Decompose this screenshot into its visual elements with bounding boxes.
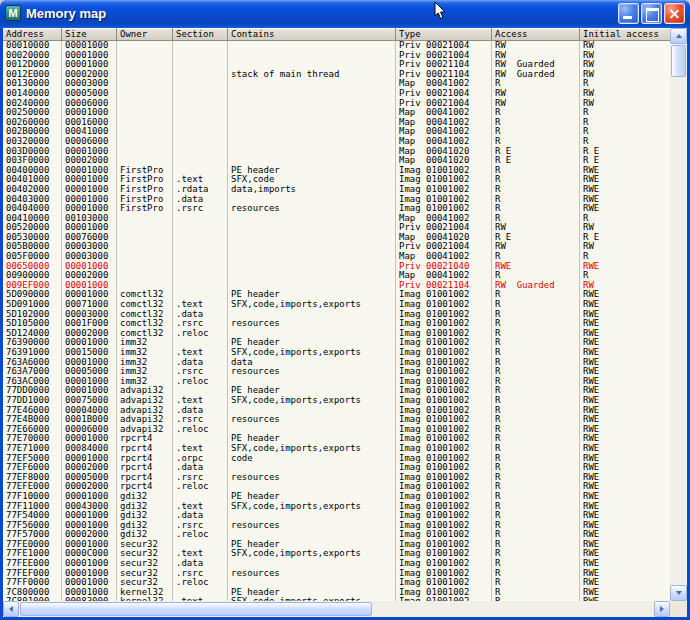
table-row[interactable]: 77EFE00000002000rpcrt4.relocImag 0100100… (3, 482, 670, 492)
table-row[interactable]: 002B000000041000Map 00041002RR (3, 127, 670, 137)
table-row[interactable]: 77F1100000043000gdi32.textSFX,code,impor… (3, 502, 670, 512)
table-row[interactable]: 77FE000000001000secur32PE headerImag 010… (3, 540, 670, 550)
table-row[interactable]: 7639000000001000imm32PE headerImag 01001… (3, 338, 670, 348)
table-row[interactable]: 0053000000076000Map 00041020R ER E (3, 233, 670, 243)
table-row[interactable]: 77E6600000006000advapi32.relocImag 01001… (3, 425, 670, 435)
close-button[interactable] (664, 3, 685, 24)
table-row[interactable]: 77EF600000002000rpcrt4.dataImag 01001002… (3, 463, 670, 473)
cell-size: 00103000 (62, 214, 117, 224)
cell-owner: kernel32 (117, 588, 173, 598)
cell-contains (228, 223, 396, 233)
cell-access: R (492, 108, 580, 118)
table-row[interactable]: 77EF500000001000rpcrt4.orpccodeImag 0100… (3, 454, 670, 464)
column-header-address[interactable]: Address (3, 28, 62, 41)
cell-type: Priv 00021004 (396, 41, 492, 51)
column-header-owner[interactable]: Owner (117, 28, 173, 41)
scroll-down-button[interactable] (670, 585, 687, 601)
table-row[interactable]: 0013000000003000Map 00041002RR (3, 79, 670, 89)
cell-type: Imag 01001002 (396, 578, 492, 588)
maximize-button[interactable] (641, 3, 662, 24)
table-row[interactable]: 77E7000000001000rpcrt4PE headerImag 0100… (3, 434, 670, 444)
cell-section: .orpc (173, 454, 228, 464)
table-row[interactable]: 0052000000001000Priv 00021004RWRW (3, 223, 670, 233)
table-row[interactable]: 0065000000001000Priv 00021040RWERWE (3, 262, 670, 272)
table-row[interactable]: 7639100000015000imm32.textSFX,code,impor… (3, 348, 670, 358)
table-row[interactable]: 0026000000016000Map 00041002RR (3, 118, 670, 128)
column-header-contains[interactable]: Contains (228, 28, 396, 41)
table-row[interactable]: 0040100000001000FirstPro.textSFX,codeIma… (3, 175, 670, 185)
table-row[interactable]: 005B000000003000Priv 00021004RWRW (3, 242, 670, 252)
table-row[interactable]: 0012D00000001000Priv 00021104RW GuardedR… (3, 60, 670, 70)
cell-type: Map 00041002 (396, 214, 492, 224)
table-row[interactable]: 5D09000000001000comctl32PE headerImag 01… (3, 290, 670, 300)
vertical-scroll-thumb[interactable] (671, 45, 686, 77)
cell-initial-access: RWE (580, 415, 670, 425)
table-row[interactable]: 77FF000000001000secur32.relocImag 010010… (3, 578, 670, 588)
cell-address: 005B0000 (3, 242, 62, 252)
table-row[interactable]: 0012E00000002000stack of main threadPriv… (3, 70, 670, 80)
scroll-up-button[interactable] (670, 28, 687, 44)
table-row[interactable]: 0024000000006000Priv 00021004RWRW (3, 99, 670, 109)
column-header-type[interactable]: Type (396, 28, 492, 41)
cell-section: .reloc (173, 329, 228, 339)
table-row[interactable]: 003F000000002000Map 00041020R ER E (3, 156, 670, 166)
table-row[interactable]: 0040300000001000FirstPro.dataImag 010010… (3, 195, 670, 205)
table-row[interactable]: 0040400000001000FirstPro.rsrcresourcesIm… (3, 204, 670, 214)
table-row[interactable]: 77DD100000075000advapi32.textSFX,code,im… (3, 396, 670, 406)
memory-map-table[interactable]: 0001000000001000Priv 00021004RWRW0002000… (3, 41, 670, 601)
table-row[interactable]: 0040200000001000FirstPro.rdatadata,impor… (3, 185, 670, 195)
cell-access: R (492, 540, 580, 550)
table-row[interactable]: 0014000000005000Priv 00021004RWRW (3, 89, 670, 99)
vertical-scrollbar[interactable] (670, 28, 687, 601)
table-row[interactable]: 77DD000000001000advapi32PE headerImag 01… (3, 386, 670, 396)
table-row[interactable]: 0025000000001000Map 00041002RR (3, 108, 670, 118)
table-row[interactable]: 0040000000001000FirstProPE headerImag 01… (3, 166, 670, 176)
table-row[interactable]: 77F1000000001000gdi32PE headerImag 01001… (3, 492, 670, 502)
column-header-initial-access[interactable]: Initial access (580, 28, 670, 41)
cell-access: R (492, 185, 580, 195)
column-header-access[interactable]: Access (492, 28, 580, 41)
cell-section (173, 60, 228, 70)
table-row[interactable]: 005F000000003000Map 00041002RR (3, 252, 670, 262)
table-row[interactable]: 5D09100000071000comctl32.textSFX,code,im… (3, 300, 670, 310)
cell-owner (117, 41, 173, 51)
scroll-right-button[interactable] (654, 601, 670, 617)
column-header-section[interactable]: Section (173, 28, 228, 41)
table-row[interactable]: 77EF800000005000rpcrt4.rsrcresourcesImag… (3, 473, 670, 483)
table-row[interactable]: 0032000000006000Map 00041002RR (3, 137, 670, 147)
ollydbg-app-icon[interactable]: M (5, 5, 21, 21)
table-row[interactable]: 0090000000002000Map 00041002RR (3, 271, 670, 281)
table-row[interactable]: 7C80000000001000kernel32PE headerImag 01… (3, 588, 670, 598)
column-header-size[interactable]: Size (62, 28, 117, 41)
horizontal-scroll-thumb[interactable] (20, 602, 372, 616)
table-row[interactable]: 5D12400000002000comctl32.relocImag 01001… (3, 329, 670, 339)
table-row[interactable]: 009EF00000001000Priv 00021104RW GuardedR… (3, 281, 670, 291)
scroll-left-button[interactable] (3, 601, 19, 617)
table-row[interactable]: 763A700000005000imm32.rsrcresourcesImag … (3, 367, 670, 377)
table-row[interactable]: 0001000000001000Priv 00021004RWRW (3, 41, 670, 51)
table-row[interactable]: 5D10200000003000comctl32.dataImag 010010… (3, 310, 670, 320)
minimize-button[interactable] (618, 3, 639, 24)
cell-owner (117, 118, 173, 128)
horizontal-scrollbar[interactable] (3, 601, 670, 617)
table-row[interactable]: 763A600000001000imm32.datadataImag 01001… (3, 358, 670, 368)
table-row[interactable]: 77FEF00000001000secur32.rsrcresourcesIma… (3, 569, 670, 579)
cell-initial-access: R E (580, 156, 670, 166)
table-row[interactable]: 77F5400000001000gdi32.dataImag 01001002R… (3, 511, 670, 521)
cell-contains: code (228, 454, 396, 464)
cell-section (173, 262, 228, 272)
table-row[interactable]: 003D000000001000Map 00041020R ER E (3, 147, 670, 157)
cell-section: .data (173, 195, 228, 205)
table-row[interactable]: 77E7100000084000rpcrt4.textSFX,code,impo… (3, 444, 670, 454)
table-row[interactable]: 77E4600000004000advapi32.dataImag 010010… (3, 406, 670, 416)
table-row[interactable]: 0002000000001000Priv 00021004RWRW (3, 51, 670, 61)
table-row[interactable]: 77E4B0000001B000advapi32.rsrcresourcesIm… (3, 415, 670, 425)
title-bar[interactable]: M Memory map (0, 0, 690, 28)
table-row[interactable]: 763AC00000001000imm32.relocImag 01001002… (3, 377, 670, 387)
table-row[interactable]: 77F5700000002000gdi32.relocImag 01001002… (3, 530, 670, 540)
table-row[interactable]: 77F5600000001000gdi32.rsrcresourcesImag … (3, 521, 670, 531)
table-row[interactable]: 5D1050000001F000comctl32.rsrcresourcesIm… (3, 319, 670, 329)
table-row[interactable]: 0041000000103000Map 00041002RR (3, 214, 670, 224)
table-row[interactable]: 77FEE00000001000secur32.dataImag 0100100… (3, 559, 670, 569)
table-row[interactable]: 77FE10000000C000secur32.textSFX,code,imp… (3, 549, 670, 559)
